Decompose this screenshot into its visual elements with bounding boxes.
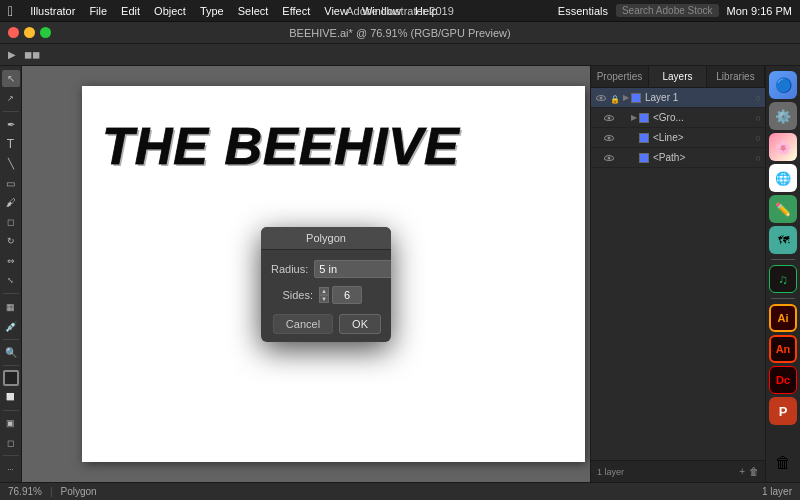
layer-row-2[interactable]: ▶ <Line> ○ — [591, 128, 765, 148]
layer-lock-0[interactable]: 🔒 — [610, 93, 620, 103]
dock-maps[interactable]: 🗺 — [769, 226, 797, 254]
sides-down[interactable]: ▼ — [319, 295, 329, 303]
menu-edit[interactable]: Edit — [114, 5, 147, 17]
layer-name-2[interactable]: <Line> — [653, 132, 754, 143]
toolbar-icon-2[interactable]: ◼◼ — [24, 49, 40, 60]
add-layer-icon[interactable]: + — [739, 466, 745, 477]
dock-trash[interactable]: 🗑 — [769, 449, 797, 477]
main-area: ↖ ↗ ✒ T ╲ ▭ 🖌 ◻ ↻ ⇔ ⤡ ▦ 💉 🔍 ⬜ ▣ ◻ ··· — [0, 66, 800, 482]
dock-chrome[interactable]: 🌐 — [769, 164, 797, 192]
tool-rotate[interactable]: ↻ — [2, 233, 20, 250]
ok-button[interactable]: OK — [339, 314, 381, 334]
radius-input[interactable] — [314, 260, 391, 278]
tool-screen-mode[interactable]: ◻ — [2, 434, 20, 451]
secondary-toolbar: ▶ ◼◼ — [0, 44, 800, 66]
tool-rect[interactable]: ▭ — [2, 174, 20, 191]
dock-pencil-app[interactable]: ✏️ — [769, 195, 797, 223]
layer-count-label: 1 layer — [597, 467, 735, 477]
tool-stroke[interactable]: ⬜ — [2, 388, 20, 405]
tool-scale[interactable]: ⤡ — [2, 272, 20, 289]
menubar-center: Adobe Illustrator 2019 — [346, 5, 454, 17]
search-stock[interactable]: Search Adobe Stock — [616, 4, 719, 17]
layer-lock-2[interactable] — [618, 133, 628, 143]
dock-spotify[interactable]: ♫ — [769, 265, 797, 293]
layer-color-3 — [639, 153, 649, 163]
menu-select[interactable]: Select — [231, 5, 276, 17]
tab-properties[interactable]: Properties — [591, 66, 649, 87]
menu-file[interactable]: File — [82, 5, 114, 17]
menu-type[interactable]: Type — [193, 5, 231, 17]
current-tool: Polygon — [61, 486, 97, 497]
tool-eraser[interactable]: ◻ — [2, 213, 20, 230]
dock-powerpoint[interactable]: P — [769, 397, 797, 425]
tool-pen[interactable]: ✒ — [2, 116, 20, 133]
layer-lock-1[interactable] — [618, 113, 628, 123]
layer-row-0[interactable]: 🔒 ▶ Layer 1 ○ — [591, 88, 765, 108]
clock: Mon 9:16 PM — [727, 5, 792, 17]
app-titlebar: BEEHIVE.ai* @ 76.91% (RGB/GPU Preview) — [0, 22, 800, 44]
sides-input[interactable] — [332, 286, 362, 304]
window-minimize[interactable] — [24, 27, 35, 38]
tool-draw-mode[interactable]: ▣ — [2, 415, 20, 432]
right-panel: Properties Layers Libraries 🔒 ▶ Layer 1 … — [590, 66, 765, 482]
layer-visibility-1[interactable] — [603, 112, 615, 124]
layer-row-3[interactable]: ▶ <Path> ○ — [591, 148, 765, 168]
zoom-level[interactable]: 76.91% — [8, 486, 42, 497]
cancel-button[interactable]: Cancel — [273, 314, 333, 334]
dialog-overlay: Polygon Radius: Sides: ▲ ▼ — [22, 66, 590, 482]
layer-count-bottom: 1 layer — [762, 486, 792, 497]
sides-up[interactable]: ▲ — [319, 287, 329, 295]
layers-list: 🔒 ▶ Layer 1 ○ ▶ <Gro... ○ — [591, 88, 765, 460]
tool-type[interactable]: T — [2, 135, 20, 152]
layer-visibility-2[interactable] — [603, 132, 615, 144]
tool-gradient[interactable]: ▦ — [2, 298, 20, 315]
dock-system-prefs[interactable]: ⚙️ — [769, 102, 797, 130]
layer-name-3[interactable]: <Path> — [653, 152, 754, 163]
sides-label: Sides: — [271, 289, 313, 301]
bottom-separator: | — [50, 486, 53, 497]
tool-line[interactable]: ╲ — [2, 155, 20, 172]
tab-layers[interactable]: Layers — [649, 66, 707, 87]
canvas-area[interactable]: THE BEEHIVE Polygon Radius: Sides: — [22, 66, 590, 482]
dialog-title: Polygon — [261, 227, 391, 250]
tool-fill[interactable] — [3, 370, 19, 386]
delete-layer-icon[interactable]: 🗑 — [749, 466, 759, 477]
layer-name-1[interactable]: <Gro... — [653, 112, 754, 123]
window-maximize[interactable] — [40, 27, 51, 38]
layer-name-0[interactable]: Layer 1 — [645, 92, 754, 103]
layer-color-1 — [639, 113, 649, 123]
dock-finder[interactable]: 🔵 — [769, 71, 797, 99]
window-close[interactable] — [8, 27, 19, 38]
polygon-dialog: Polygon Radius: Sides: ▲ ▼ — [261, 227, 391, 342]
dock-acrobat[interactable]: Dc — [769, 366, 797, 394]
left-toolbar: ↖ ↗ ✒ T ╲ ▭ 🖌 ◻ ↻ ⇔ ⤡ ▦ 💉 🔍 ⬜ ▣ ◻ ··· — [0, 66, 22, 482]
dock-photos[interactable]: 🌸 — [769, 133, 797, 161]
dock-animate[interactable]: An — [769, 335, 797, 363]
toolbar-icon-1[interactable]: ▶ — [8, 49, 16, 60]
layer-color-2 — [639, 133, 649, 143]
tool-reflect[interactable]: ⇔ — [2, 252, 20, 269]
tab-libraries[interactable]: Libraries — [707, 66, 765, 87]
menu-illustrator[interactable]: Illustrator — [23, 5, 82, 17]
essentials-label[interactable]: Essentials — [558, 5, 608, 17]
layer-arrow-2: ▶ — [631, 133, 637, 142]
radius-label: Radius: — [271, 263, 308, 275]
tool-eyedropper[interactable]: 💉 — [2, 318, 20, 335]
layer-visibility-3[interactable] — [603, 152, 615, 164]
apple-menu[interactable]:  — [8, 3, 13, 19]
menu-object[interactable]: Object — [147, 5, 193, 17]
tool-select[interactable]: ↖ — [2, 70, 20, 87]
tool-direct-select[interactable]: ↗ — [2, 89, 20, 106]
layer-lock-3[interactable] — [618, 153, 628, 163]
bottom-bar: 76.91% | Polygon 1 layer — [0, 482, 800, 500]
menu-effect[interactable]: Effect — [275, 5, 317, 17]
layer-row-1[interactable]: ▶ <Gro... ○ — [591, 108, 765, 128]
layer-visibility-0[interactable] — [595, 92, 607, 104]
tool-more[interactable]: ··· — [2, 460, 20, 477]
layer-arrow-3: ▶ — [631, 153, 637, 162]
layer-arrow-0[interactable]: ▶ — [623, 93, 629, 102]
layer-arrow-1[interactable]: ▶ — [631, 113, 637, 122]
tool-paint[interactable]: 🖌 — [2, 194, 20, 211]
dock-illustrator[interactable]: Ai — [769, 304, 797, 332]
tool-zoom[interactable]: 🔍 — [2, 344, 20, 361]
